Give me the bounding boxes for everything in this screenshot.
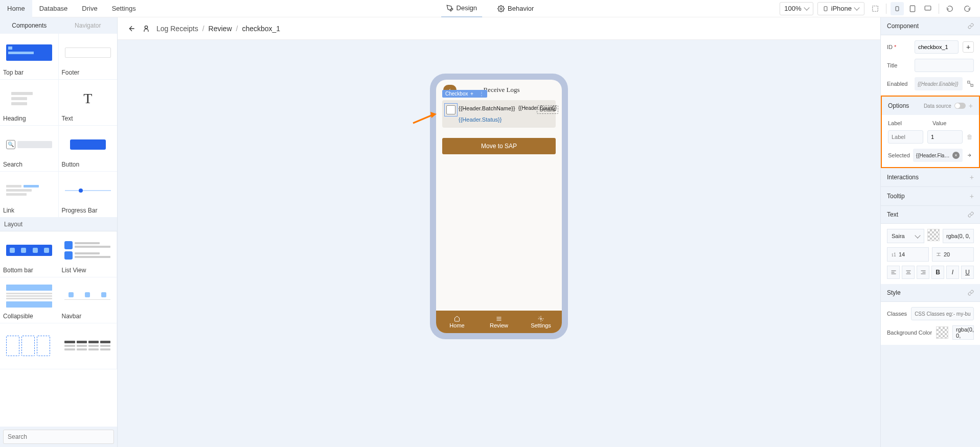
phone-move-button[interactable]: Move to SAP	[442, 138, 556, 154]
binding-icon[interactable]	[967, 80, 974, 87]
italic-button[interactable]: I	[946, 266, 959, 279]
menu-home[interactable]: Home	[0, 0, 32, 17]
breadcrumb-root[interactable]: Log Receipts	[156, 25, 198, 33]
desktop-icon	[924, 5, 932, 12]
line-height-icon	[936, 252, 942, 257]
breadcrumb-leaf: checkbox_1	[242, 25, 280, 33]
zoom-select[interactable]: 100%	[780, 2, 813, 15]
add-option-button[interactable]: +	[969, 102, 973, 110]
text-color-value[interactable]: rgba(0, 0,	[943, 229, 974, 243]
component-bottombar[interactable]: Bottom bar	[0, 231, 59, 277]
font-size-icon	[891, 252, 897, 257]
font-size-input[interactable]: 14	[887, 247, 929, 262]
svg-rect-1	[824, 6, 827, 10]
clear-icon[interactable]: ×	[952, 152, 960, 159]
text-color-chip[interactable]	[927, 229, 940, 241]
plus-icon[interactable]: +	[970, 173, 974, 181]
phone-nav-home[interactable]: Home	[436, 311, 478, 333]
redo-icon	[963, 5, 971, 12]
align-center-icon	[905, 269, 912, 275]
undo-button[interactable]	[943, 2, 956, 15]
align-center-button[interactable]	[902, 266, 915, 279]
trash-icon[interactable]: 🗑	[967, 133, 973, 140]
tab-behavior[interactable]: Behavior	[492, 0, 539, 17]
menu-database[interactable]: Database	[32, 0, 75, 17]
component-text[interactable]: TText	[59, 80, 118, 126]
breadcrumb-mid[interactable]: Review	[209, 25, 232, 33]
arrow-up-icon	[470, 92, 474, 96]
component-heading[interactable]: Heading	[0, 80, 59, 126]
phone-nav-settings[interactable]: Settings	[520, 311, 562, 333]
user-icon	[142, 25, 150, 33]
menu-settings[interactable]: Settings	[105, 0, 143, 17]
component-search-input[interactable]	[3, 430, 114, 444]
svg-rect-4	[910, 6, 915, 12]
plus-icon[interactable]: +	[970, 192, 974, 200]
chevron-down-icon	[804, 5, 809, 10]
add-id-button[interactable]: +	[963, 41, 974, 53]
align-right-button[interactable]	[917, 266, 929, 279]
component-progressbar[interactable]: Progress Bar	[59, 172, 118, 218]
classes-input[interactable]	[911, 307, 974, 320]
home-icon	[453, 316, 461, 322]
list-icon	[495, 316, 503, 322]
title-input[interactable]	[915, 59, 974, 72]
phone-count: {{Header.Count}}	[518, 105, 534, 111]
option-label-input[interactable]	[888, 130, 923, 144]
component-navbar[interactable]: Navbar	[59, 277, 118, 323]
underline-button[interactable]: U	[961, 266, 974, 279]
section-text: Text	[881, 206, 980, 224]
svg-rect-3	[896, 6, 899, 10]
viewport-desktop-button[interactable]	[921, 2, 935, 15]
link-icon[interactable]	[968, 23, 974, 29]
phone-list-card: Checkbox ⋮ {{Header.BatchName}} {{	[442, 100, 556, 128]
component-listview[interactable]: List View	[59, 231, 118, 277]
phone-bottom-nav: Home Review Settings	[436, 311, 562, 333]
arrow-right-icon[interactable]	[966, 153, 973, 158]
svg-point-0	[500, 8, 502, 10]
component-search[interactable]: 🔍Search	[0, 126, 59, 172]
component-link[interactable]: Link	[0, 172, 59, 218]
tab-design[interactable]: Design	[441, 0, 482, 17]
back-arrow-icon[interactable]	[128, 25, 136, 33]
svg-rect-5	[925, 6, 931, 10]
redo-button[interactable]	[961, 2, 974, 15]
align-left-icon	[890, 269, 897, 275]
options-highlight-box: Options Data source + Label Value 🗑 Sele…	[881, 96, 980, 168]
section-interactions[interactable]: Interactions +	[881, 168, 980, 187]
selection-tag[interactable]: Checkbox ⋮	[442, 90, 487, 98]
section-tooltip[interactable]: Tooltip +	[881, 187, 980, 206]
tab-navigator[interactable]: Navigator	[59, 17, 118, 34]
component-blank2[interactable]	[59, 323, 118, 369]
phone-details-button[interactable]: Details	[537, 105, 559, 114]
viewport-mobile-button[interactable]	[891, 2, 904, 15]
right-sidebar: Component ID * + Title Enabled {{Header.…	[880, 17, 980, 447]
option-value-input[interactable]	[927, 130, 963, 144]
device-select[interactable]: iPhone	[817, 2, 864, 15]
responsive-auto-button[interactable]	[869, 2, 882, 15]
font-select[interactable]: Saira	[887, 229, 924, 243]
component-blank1[interactable]	[0, 323, 59, 369]
tab-components[interactable]: Components	[0, 17, 59, 34]
link-icon[interactable]	[968, 211, 974, 218]
phone-nav-review[interactable]: Review	[478, 311, 520, 333]
viewport-tablet-button[interactable]	[906, 2, 919, 15]
component-button[interactable]: Button	[59, 126, 118, 172]
selected-binding-chip[interactable]: {{Header.Flag}} ×	[913, 149, 963, 162]
data-source-toggle[interactable]	[954, 103, 966, 109]
bold-button[interactable]: B	[931, 266, 944, 279]
align-left-button[interactable]	[887, 266, 900, 279]
id-input[interactable]	[915, 40, 959, 54]
menu-drive[interactable]: Drive	[75, 0, 104, 17]
line-height-input[interactable]: 20	[932, 247, 974, 262]
phone-checkbox[interactable]	[446, 105, 455, 114]
enabled-input[interactable]: {{Header.Enable}}	[915, 77, 963, 90]
bg-color-value[interactable]: rgba(0, 0,	[952, 325, 974, 340]
component-collapsible[interactable]: Collapsible	[0, 277, 59, 323]
link-icon[interactable]	[968, 290, 974, 296]
component-footer[interactable]: Footer	[59, 34, 118, 80]
canvas: Log Receipts / Review / checkbox_1 Recei…	[118, 17, 880, 447]
component-topbar[interactable]: Top bar	[0, 34, 59, 80]
section-component: Component	[881, 17, 980, 35]
bg-color-chip[interactable]	[936, 326, 948, 339]
